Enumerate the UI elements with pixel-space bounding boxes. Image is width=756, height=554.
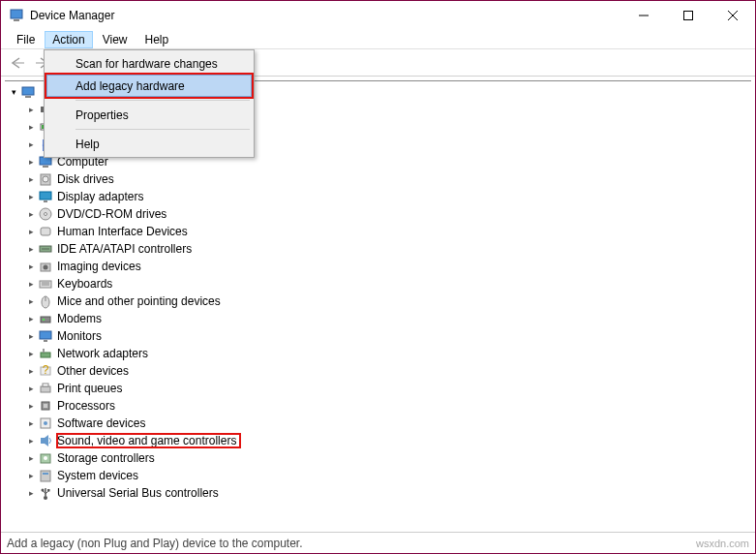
expand-icon[interactable]: ▸ xyxy=(24,279,38,289)
tree-node[interactable]: ▸Display adapters xyxy=(24,188,751,205)
expand-icon[interactable]: ▸ xyxy=(24,366,38,376)
expand-icon[interactable]: ▸ xyxy=(24,471,38,480)
watermark: wsxdn.com xyxy=(696,538,749,549)
app-icon xyxy=(9,8,24,23)
svg-rect-3 xyxy=(684,12,693,20)
tree-node[interactable]: ▸Modems xyxy=(24,310,751,327)
computer-icon xyxy=(20,84,36,100)
expand-icon[interactable]: ▸ xyxy=(24,122,38,132)
storage-icon xyxy=(38,450,53,466)
svg-rect-15 xyxy=(43,166,48,168)
tree-label: Network adapters xyxy=(57,347,152,360)
tree-node[interactable]: ▸Print queues xyxy=(24,380,751,397)
svg-point-45 xyxy=(44,421,47,425)
svg-rect-49 xyxy=(41,471,50,481)
tree-label: Display adapters xyxy=(57,190,147,203)
menu-add-legacy-hardware[interactable]: Add legacy hardware xyxy=(46,75,252,97)
svg-point-17 xyxy=(43,176,48,182)
svg-rect-46 xyxy=(41,438,45,444)
tree-node[interactable]: ▸Software devices xyxy=(24,415,751,432)
expand-icon[interactable]: ▸ xyxy=(24,331,38,341)
tree-label: Monitors xyxy=(57,329,106,343)
tree-node[interactable]: ▸Monitors xyxy=(24,327,751,345)
camera-icon xyxy=(38,259,53,274)
expand-icon[interactable]: ▸ xyxy=(24,453,38,463)
expand-icon[interactable]: ▸ xyxy=(24,418,38,428)
expand-icon[interactable]: ▸ xyxy=(24,436,38,446)
menubar: File Action View Help xyxy=(1,30,755,49)
expand-icon[interactable]: ▸ xyxy=(24,314,38,323)
expand-icon[interactable]: ▸ xyxy=(24,139,38,149)
tree-label: Print queues xyxy=(57,382,126,395)
system-icon xyxy=(38,468,53,483)
tree-label: DVD/CD-ROM drives xyxy=(57,207,170,221)
svg-rect-35 xyxy=(44,340,47,342)
svg-text:?: ? xyxy=(43,363,49,377)
expand-icon[interactable]: ▸ xyxy=(24,262,38,271)
tree-label: Modems xyxy=(57,312,106,325)
disk-icon xyxy=(38,171,53,187)
tree-node[interactable]: ▸Disk drives xyxy=(24,170,751,188)
expand-icon[interactable]: ▸ xyxy=(24,174,38,184)
svg-point-48 xyxy=(44,456,47,460)
tree-label: IDE ATA/ATAPI controllers xyxy=(57,242,196,256)
expand-icon[interactable]: ▸ xyxy=(24,105,38,114)
expand-icon[interactable]: ▾ xyxy=(7,87,20,97)
expand-icon[interactable]: ▸ xyxy=(24,227,38,236)
action-dropdown: Scan for hardware changes Add legacy har… xyxy=(44,49,255,158)
svg-point-33 xyxy=(43,319,45,321)
ide-icon xyxy=(38,241,53,257)
tree-label: Other devices xyxy=(57,364,133,378)
tree-node[interactable]: ▸Storage controllers xyxy=(24,449,751,467)
menu-file[interactable]: File xyxy=(9,31,43,48)
svg-rect-43 xyxy=(44,404,47,408)
svg-rect-8 xyxy=(22,87,34,95)
expand-icon[interactable]: ▸ xyxy=(24,401,38,411)
svg-rect-14 xyxy=(40,157,51,165)
tree-node[interactable]: ▸System devices xyxy=(24,467,751,484)
tree-node[interactable]: ▸DVD/CD-ROM drives xyxy=(24,205,751,223)
tree-node[interactable]: ▸IDE ATA/ATAPI controllers xyxy=(24,240,751,258)
tree-node[interactable]: ▸Imaging devices xyxy=(24,258,751,275)
network-icon xyxy=(38,346,53,361)
expand-icon[interactable]: ▸ xyxy=(24,209,38,219)
modem-icon xyxy=(38,311,53,326)
expand-icon[interactable]: ▸ xyxy=(24,349,38,358)
svg-rect-41 xyxy=(43,384,48,386)
svg-rect-19 xyxy=(44,200,47,202)
menu-properties[interactable]: Properties xyxy=(46,104,252,126)
menu-help[interactable]: Help xyxy=(46,133,252,155)
statusbar: Add a legacy (non Plug and Play) device … xyxy=(1,532,755,553)
expand-icon[interactable]: ▸ xyxy=(24,157,38,167)
expand-icon[interactable]: ▸ xyxy=(24,244,38,254)
tree-node[interactable]: ▸Network adapters xyxy=(24,345,751,362)
tree-label: Software devices xyxy=(57,416,149,430)
svg-rect-36 xyxy=(41,353,50,357)
tree-label: Universal Serial Bus controllers xyxy=(57,486,223,500)
tree-node[interactable]: ▸Human Interface Devices xyxy=(24,223,751,240)
maximize-button[interactable] xyxy=(666,1,711,30)
expand-icon[interactable]: ▸ xyxy=(24,296,38,306)
svg-point-51 xyxy=(44,496,47,500)
minimize-button[interactable] xyxy=(621,1,666,30)
tree-node[interactable]: ▸Universal Serial Bus controllers xyxy=(24,484,751,502)
menu-scan-hardware[interactable]: Scan for hardware changes xyxy=(46,52,252,75)
status-text: Add a legacy (non Plug and Play) device … xyxy=(7,537,303,550)
back-button[interactable] xyxy=(7,52,28,74)
expand-icon[interactable]: ▸ xyxy=(24,192,38,201)
close-button[interactable] xyxy=(711,1,755,30)
expand-icon[interactable]: ▸ xyxy=(24,488,38,498)
tree-node[interactable]: ▸Keyboards xyxy=(24,275,751,292)
tree-node[interactable]: ▸Processors xyxy=(24,397,751,415)
menu-action[interactable]: Action xyxy=(45,31,92,48)
menu-view[interactable]: View xyxy=(95,31,136,48)
tree-label: Keyboards xyxy=(57,277,116,291)
expand-icon[interactable]: ▸ xyxy=(24,384,38,393)
display-icon xyxy=(38,189,53,204)
tree-node[interactable]: ▸?Other devices xyxy=(24,362,751,380)
menu-help[interactable]: Help xyxy=(137,31,177,48)
tree-node[interactable]: ▸Mice and other pointing devices xyxy=(24,292,751,310)
menu-separator xyxy=(76,129,250,130)
tree-node[interactable]: ▸Sound, video and game controllers xyxy=(24,432,751,449)
tree-label: Mice and other pointing devices xyxy=(57,294,225,308)
